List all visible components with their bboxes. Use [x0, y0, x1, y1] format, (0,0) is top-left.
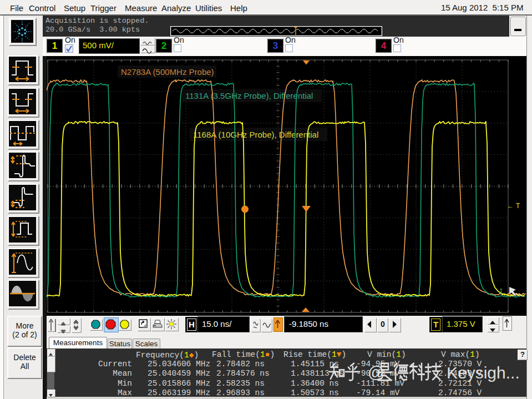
svg-text:Keysigh...: Keysigh...	[447, 363, 520, 382]
svg-text:@: @	[368, 363, 384, 381]
